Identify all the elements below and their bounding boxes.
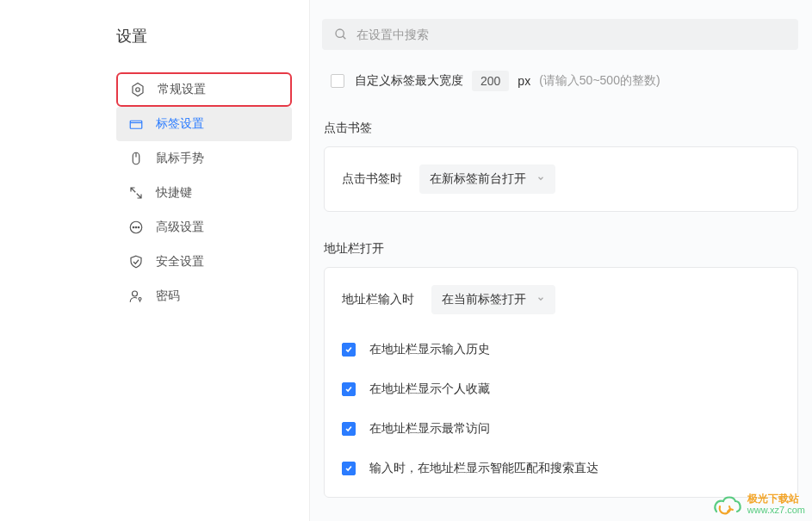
checkbox-smartsearch[interactable]: [342, 462, 356, 475]
max-width-input[interactable]: 200: [472, 71, 509, 91]
addressbar-dropdown[interactable]: 在当前标签打开: [431, 285, 555, 314]
checkbox-history[interactable]: [342, 343, 356, 357]
watermark: 极光下载站 www.xz7.com: [711, 493, 805, 516]
search-icon: [334, 28, 348, 41]
search-input[interactable]: [356, 28, 786, 41]
watermark-title: 极光下载站: [747, 493, 805, 505]
search-bar[interactable]: [322, 19, 798, 50]
addressbar-dropdown-value: 在当前标签打开: [442, 292, 526, 307]
option-label: 在地址栏显示最常访问: [369, 421, 490, 437]
sidebar-item-password[interactable]: 密码: [116, 279, 292, 313]
nav-list: 常规设置 标签设置 鼠标手势: [0, 72, 309, 313]
svg-marker-0: [133, 84, 143, 96]
svg-point-9: [133, 291, 138, 296]
svg-point-10: [139, 298, 141, 301]
addressbar-option-mostvisited: 在地址栏显示最常访问: [342, 409, 780, 449]
dots-circle-icon: [128, 220, 144, 235]
checkbox-mostvisited[interactable]: [342, 422, 356, 436]
watermark-url: www.xz7.com: [747, 505, 805, 516]
addressbar-row-label: 地址栏输入时: [342, 292, 414, 307]
max-width-unit: px: [518, 74, 530, 88]
svg-point-11: [336, 29, 344, 37]
max-width-label: 自定义标签最大宽度: [355, 73, 463, 89]
svg-point-6: [133, 226, 134, 228]
sidebar-item-label: 鼠标手势: [156, 151, 280, 166]
option-label: 输入时，在地址栏显示智能匹配和搜索直达: [369, 461, 598, 476]
hexagon-gear-icon: [130, 82, 146, 97]
sidebar: 设置 常规设置 标签设置: [0, 0, 310, 521]
addressbar-section-title: 地址栏打开: [310, 234, 812, 267]
user-key-icon: [128, 288, 144, 304]
sidebar-item-tabs[interactable]: 标签设置: [116, 107, 292, 141]
tabs-icon: [128, 116, 144, 132]
bookmark-section-title: 点击书签: [310, 114, 812, 146]
sidebar-item-label: 安全设置: [156, 254, 280, 270]
bookmark-panel: 点击书签时 在新标签前台打开: [324, 146, 798, 212]
bookmark-row: 点击书签时 在新标签前台打开: [342, 164, 780, 194]
watermark-logo-icon: [711, 494, 742, 515]
page-title: 设置: [0, 17, 309, 72]
sidebar-item-mouse-gesture[interactable]: 鼠标手势: [116, 141, 292, 176]
checkbox-favorites[interactable]: [342, 382, 356, 396]
shield-icon: [128, 254, 144, 270]
sidebar-item-label: 标签设置: [156, 116, 280, 132]
sidebar-item-shortcuts[interactable]: 快捷键: [116, 176, 292, 210]
addressbar-panel: 地址栏输入时 在当前标签打开 在地址栏显示输入历史 在地址栏显示个人: [324, 267, 798, 498]
option-label: 在地址栏显示个人收藏: [369, 381, 490, 397]
max-width-checkbox[interactable]: [331, 74, 344, 88]
main-content: 自定义标签最大宽度 200 px (请输入50~500的整数) 点击书签 点击书…: [310, 0, 812, 521]
svg-line-12: [343, 36, 345, 39]
addressbar-row: 地址栏输入时 在当前标签打开: [342, 285, 780, 314]
watermark-text: 极光下载站 www.xz7.com: [747, 493, 805, 516]
chevron-down-icon: [536, 295, 545, 305]
svg-rect-2: [130, 121, 142, 128]
sidebar-item-advanced[interactable]: 高级设置: [116, 210, 292, 245]
addressbar-option-history: 在地址栏显示输入历史: [342, 330, 780, 369]
sidebar-item-security[interactable]: 安全设置: [116, 245, 292, 279]
addressbar-option-favorites: 在地址栏显示个人收藏: [342, 369, 780, 409]
sidebar-item-label: 高级设置: [156, 220, 280, 235]
sidebar-item-label: 常规设置: [158, 82, 278, 97]
bookmark-row-label: 点击书签时: [342, 171, 402, 187]
mouse-icon: [128, 151, 144, 166]
max-width-hint: (请输入50~500的整数): [539, 73, 660, 89]
svg-point-7: [135, 226, 137, 228]
svg-point-1: [136, 88, 140, 92]
svg-point-8: [138, 226, 139, 228]
sidebar-item-label: 密码: [156, 288, 280, 304]
chevron-down-icon: [536, 174, 545, 184]
sidebar-item-general[interactable]: 常规设置: [116, 72, 292, 107]
expand-arrows-icon: [128, 185, 144, 201]
sidebar-item-label: 快捷键: [156, 185, 280, 201]
addressbar-option-smartsearch: 输入时，在地址栏显示智能匹配和搜索直达: [342, 449, 780, 488]
bookmark-dropdown-value: 在新标签前台打开: [430, 171, 526, 187]
max-width-row: 自定义标签最大宽度 200 px (请输入50~500的整数): [310, 71, 812, 114]
option-label: 在地址栏显示输入历史: [369, 342, 490, 357]
bookmark-dropdown[interactable]: 在新标签前台打开: [419, 164, 555, 194]
